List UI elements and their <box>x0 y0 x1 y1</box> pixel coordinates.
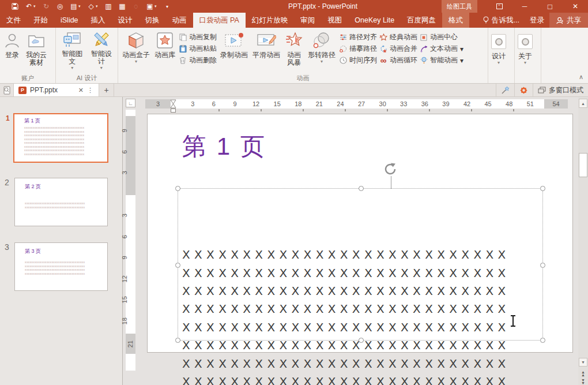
gear-icon[interactable] <box>514 84 533 96</box>
slide-area[interactable]: 第 1 页 X X X X X X X X X X X X X X X X X … <box>147 114 573 353</box>
tab-review[interactable]: 审阅 <box>294 13 321 28</box>
resize-handle-top-center[interactable] <box>359 186 364 191</box>
classic-animation-button[interactable]: 经典动画 <box>379 32 417 42</box>
body-text-line[interactable]: X X X X X X X X X X X X X X X X X X X X … <box>182 319 541 337</box>
tab-home[interactable]: 开始 <box>27 13 54 28</box>
body-text-line[interactable]: X X X X X X X X X X X X X X X X X X X X … <box>182 264 541 282</box>
tab-islide[interactable]: iSlide <box>54 13 85 28</box>
resize-handle-bottom-center[interactable] <box>359 338 364 343</box>
time-sequence-button[interactable]: 时间序列 <box>339 55 377 65</box>
tab-file[interactable]: 文件 <box>0 13 27 28</box>
tab-slideshow[interactable]: 幻灯片放映 <box>246 13 295 28</box>
slide-thumbnail-panel: 1 第 1 页 xxxxxxxxxxxxxxxxxxxxxxxxxxxxxxxx… <box>0 97 123 385</box>
resize-handle-top-left[interactable] <box>175 186 180 191</box>
pa-about-button[interactable]: 关于 ▾ <box>517 30 534 72</box>
close-document-icon[interactable]: ✕ <box>78 87 84 94</box>
tell-me-box[interactable]: 告诉我... <box>477 13 525 28</box>
next-slide-icon[interactable]: ▼▼ <box>579 378 587 384</box>
undo-dropdown-icon[interactable]: ▾ <box>33 4 39 9</box>
shape-dropdown-icon[interactable]: ▾ <box>96 4 101 9</box>
text-animation-button[interactable]: 文本动画 ▾ <box>420 44 463 54</box>
body-text-line[interactable]: X X X X X X X X X X X X X X X X X X X X … <box>182 246 541 264</box>
ruler-ticks <box>178 109 523 111</box>
recent-files-icon[interactable] <box>0 84 14 96</box>
resize-handle-bottom-right[interactable] <box>540 338 545 343</box>
smart-design-button[interactable]: 智能设计 ▾ <box>87 30 116 72</box>
tab-animations[interactable]: 动画 <box>166 13 193 28</box>
sign-in-link[interactable]: 登录 <box>525 13 549 28</box>
layout-icon[interactable]: ▥ <box>101 0 115 13</box>
shape-to-path-button[interactable]: 形转路径 ▾ <box>306 30 338 72</box>
login-button[interactable]: 登录 <box>2 30 22 72</box>
animation-paste-button[interactable]: 动画粘贴 <box>179 44 217 54</box>
smart-animation-button[interactable]: 智能动画 ▾ <box>420 55 463 65</box>
animation-merge-button[interactable]: 动画合并 <box>379 44 417 54</box>
cloud-folder-icon <box>28 31 45 50</box>
close-icon[interactable]: ✕ <box>563 0 588 13</box>
document-menu-icon[interactable]: ⋮ <box>87 87 94 94</box>
selected-text-box[interactable]: X X X X X X X X X X X X X X X X X X X X … <box>178 188 543 341</box>
scrollbar-thumb[interactable] <box>579 153 587 177</box>
ruler-number: 18 <box>120 316 141 326</box>
classic-star-icon <box>379 33 387 42</box>
tab-baidu-pan[interactable]: 百度网盘 <box>401 13 442 28</box>
animation-storm-button[interactable]: 动画风暴 <box>282 30 306 72</box>
slide-title[interactable]: 第 1 页 <box>182 130 266 163</box>
share-button[interactable]: 共享 <box>549 13 588 28</box>
multi-window-mode-button[interactable]: 多窗口模式 <box>533 84 588 96</box>
rotation-handle[interactable] <box>383 162 400 189</box>
tab-stop-selector[interactable]: ∟ <box>126 99 135 107</box>
qat-more-icon[interactable]: ▾ <box>160 0 174 13</box>
tab-onekey[interactable]: OneKey Lite <box>348 13 401 28</box>
path-align-button[interactable]: 路径对齐 <box>339 32 377 42</box>
body-text-line[interactable]: X X X X X X X X X X X X X X X X X X X X … <box>182 355 541 373</box>
tab-design[interactable]: 设计 <box>112 13 139 28</box>
scroll-up-icon[interactable]: ▲ <box>579 99 587 108</box>
trace-path-button[interactable]: 描摹路径 <box>339 44 377 54</box>
ruler-number: 6 <box>203 99 225 109</box>
previous-slide-icon[interactable]: ▲▲ <box>579 370 587 376</box>
collapse-ribbon-icon[interactable]: ∧ <box>579 73 583 81</box>
indent-marker[interactable] <box>170 99 176 113</box>
smart-graphics-button[interactable]: 智能图文 ▾ <box>58 30 87 72</box>
ruler-number: 30 <box>372 99 393 109</box>
scroll-down-icon[interactable]: ▼ <box>579 358 587 367</box>
minimize-icon[interactable]: ─ <box>512 0 537 13</box>
document-tab-active[interactable]: P PPT.pptx ✕ ⋮ <box>14 84 99 96</box>
slide-thumbnail-1[interactable]: 第 1 页 xxxxxxxxxxxxxxxxxxxxxxxxxxxxxxxxxx… <box>13 113 108 163</box>
animation-box-button[interactable]: 动画盒子 ▾ <box>120 30 152 72</box>
animation-center-button[interactable]: 动画中心 <box>420 32 463 42</box>
vertical-scrollbar[interactable]: ▲ ▼ ▲▲ ▼▼ <box>578 97 588 385</box>
pa-design-button[interactable]: 设计 ▾ <box>490 30 507 72</box>
save-icon[interactable] <box>8 0 22 13</box>
slide-thumbnail-3[interactable]: 第 3 页 xxxxxxxxxxxxxxxxxxxxxxxxxxxxxxxxxx… <box>14 242 108 291</box>
tab-transitions[interactable]: 切换 <box>139 13 166 28</box>
animation-library-button[interactable]: 动画库 <box>152 30 178 72</box>
animation-delete-button[interactable]: 动画删除 <box>179 55 217 65</box>
maximize-icon[interactable]: □ <box>537 0 563 13</box>
slide-thumbnail-2[interactable]: 第 2 页 xxxxxxxxxxxxxxxxxxxxxxxxxxxxxxxxxx… <box>14 178 108 226</box>
smooth-animation-button[interactable]: 平滑动画 <box>250 30 282 72</box>
ribbon-display-options-icon[interactable]: ⌃ <box>487 0 512 13</box>
my-cloud-assets-button[interactable]: 我的云素材 <box>22 30 50 72</box>
arrange-dropdown-icon[interactable]: ▾ <box>154 4 160 9</box>
resize-handle-top-right[interactable] <box>540 186 545 191</box>
resize-handle-bottom-left[interactable] <box>175 338 180 343</box>
tab-insert[interactable]: 插入 <box>85 13 112 28</box>
body-text-line[interactable]: X X X X X X X X X X X X X X X X X X X X … <box>182 282 541 300</box>
magic-wand-icon[interactable] <box>496 84 514 96</box>
tab-pocket-animation[interactable]: 口袋动画 PA <box>193 13 246 28</box>
list-dropdown-icon[interactable]: ▾ <box>78 4 84 9</box>
body-text-line[interactable]: X X X X X X X X X X X X X X X X X X X X … <box>182 300 541 318</box>
resize-handle-middle-right[interactable] <box>540 263 545 268</box>
animation-loop-button[interactable]: ∞ 动画循环 <box>379 55 417 65</box>
resize-handle-middle-left[interactable] <box>175 263 180 268</box>
grid-icon[interactable]: ▦ <box>115 0 129 13</box>
animation-copy-button[interactable]: 动画复制 <box>179 32 217 42</box>
tab-format[interactable]: 格式 <box>442 13 469 28</box>
tab-view[interactable]: 视图 <box>321 13 348 28</box>
body-text-line[interactable]: X X X X X X X X X X X X X X X X X X X X … <box>182 373 541 385</box>
preview-animation-icon[interactable]: ◎ <box>53 0 67 13</box>
new-document-tab-icon[interactable]: + <box>99 84 114 96</box>
record-animation-button[interactable]: 录制动画 <box>218 30 250 72</box>
